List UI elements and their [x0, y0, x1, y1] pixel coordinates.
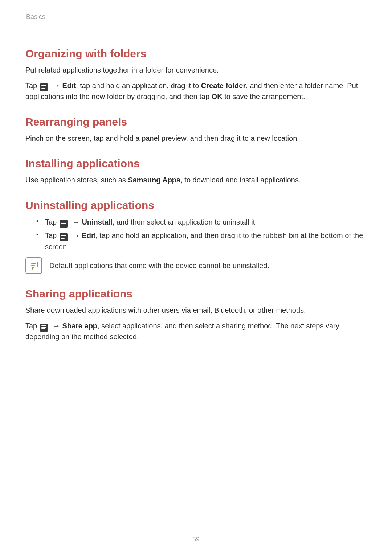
arrow-icon: → [72, 231, 79, 239]
text-organizing-steps: Tap →Edit, tap and hold an application, … [25, 81, 367, 102]
arrow-icon: → [53, 322, 60, 330]
menu-icon [40, 83, 48, 91]
menu-icon [60, 220, 68, 228]
text-installing: Use application stores, such as Samsung … [25, 175, 367, 185]
heading-organizing-folders: Organizing with folders [25, 48, 367, 60]
arrow-icon: → [72, 218, 79, 226]
text-rearranging: Pinch on the screen, tap and hold a pane… [25, 133, 367, 144]
list-item: Tap →Edit, tap and hold an application, … [36, 230, 367, 252]
breadcrumb: Basics [20, 11, 45, 23]
arrow-icon: → [53, 82, 60, 90]
menu-icon [40, 324, 48, 332]
list-uninstall-steps: Tap →Uninstall, and then select an appli… [25, 217, 367, 252]
text-sharing-steps: Tap →Share app, select applications, and… [25, 321, 367, 342]
heading-sharing-apps: Sharing applications [25, 288, 367, 300]
text-sharing-intro: Share downloaded applications with other… [25, 305, 367, 316]
note-text: Default applications that come with the … [49, 260, 367, 271]
note-icon [25, 257, 42, 274]
heading-rearranging-panels: Rearranging panels [25, 116, 367, 128]
heading-installing-apps: Installing applications [25, 157, 367, 170]
text-organizing-intro: Put related applications together in a f… [25, 65, 367, 75]
note-callout: Default applications that come with the … [25, 257, 367, 274]
heading-uninstalling-apps: Uninstalling applications [25, 199, 367, 212]
menu-icon [60, 233, 68, 241]
list-item: Tap →Uninstall, and then select an appli… [36, 217, 367, 228]
page-number: 59 [0, 536, 392, 543]
